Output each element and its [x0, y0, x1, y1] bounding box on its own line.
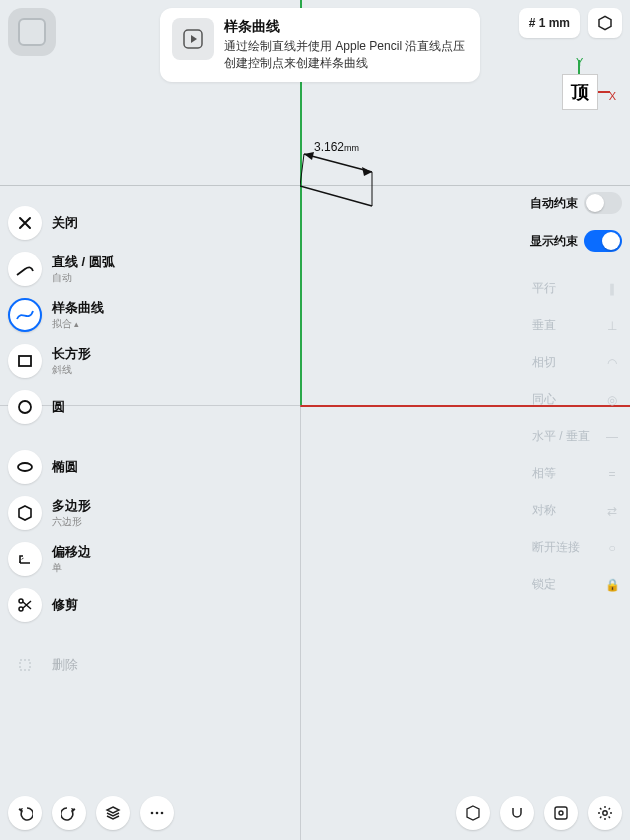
delete-icon [8, 648, 42, 682]
constraint-hv: 水平 / 垂直— [522, 420, 630, 453]
tool-tooltip: 样条曲线 通过绘制直线并使用 Apple Pencil 沿直线点压创建控制点来创… [160, 8, 480, 82]
svg-point-12 [18, 463, 32, 471]
play-icon[interactable] [172, 18, 214, 60]
cube-outline-icon [596, 14, 614, 32]
svg-point-11 [19, 401, 31, 413]
toggle-auto-constraints[interactable]: 自动约束 [522, 186, 630, 220]
svg-point-23 [559, 811, 563, 815]
tooltip-desc: 通过绘制直线并使用 Apple Pencil 沿直线点压创建控制点来创建样条曲线 [224, 38, 468, 72]
svg-point-14 [19, 599, 23, 603]
svg-marker-2 [304, 152, 314, 160]
model-preview-button[interactable] [8, 8, 56, 56]
scissors-icon [8, 588, 42, 622]
tool-line-arc[interactable]: 直线 / 圆弧自动 [0, 246, 155, 292]
tool-rectangle[interactable]: 长方形斜线 [0, 338, 155, 384]
snap-button[interactable] [500, 796, 534, 830]
tool-delete: 删除 [0, 642, 155, 688]
layers-button[interactable] [96, 796, 130, 830]
concentric-icon: ◎ [604, 392, 620, 408]
tool-trim[interactable]: 修剪 [0, 582, 155, 628]
circle-icon [8, 390, 42, 424]
switch-show[interactable] [584, 230, 622, 252]
constraint-tangent: 相切◠ [522, 346, 630, 379]
constraint-symmetric: 对称⇄ [522, 494, 630, 527]
svg-line-1 [304, 154, 372, 172]
offset-icon [8, 542, 42, 576]
switch-auto[interactable] [584, 192, 622, 214]
constraint-perpendicular: 垂直⊥ [522, 309, 630, 342]
svg-point-21 [161, 812, 164, 815]
settings-button[interactable] [588, 796, 622, 830]
constraint-break: 断开连接○ [522, 531, 630, 564]
equal-icon: = [604, 466, 620, 482]
sketch-tools-panel: 关闭 直线 / 圆弧自动 样条曲线拟合▴ 长方形斜线 圆 椭圆 多边形六边形 偏… [0, 200, 155, 688]
tool-offset[interactable]: 偏移边单 [0, 536, 155, 582]
constraint-equal: 相等= [522, 457, 630, 490]
tool-ellipse[interactable]: 椭圆 [0, 444, 155, 490]
orientation-gizmo[interactable]: Y X 顶 [548, 60, 610, 122]
t-circle[interactable]: 圆 [0, 384, 155, 430]
tool-spline[interactable]: 样条曲线拟合▴ [0, 292, 155, 338]
ellipse-icon [8, 450, 42, 484]
svg-marker-7 [191, 35, 197, 43]
svg-rect-16 [20, 660, 30, 670]
tangent-icon: ◠ [604, 355, 620, 371]
constraint-concentric: 同心◎ [522, 383, 630, 416]
svg-line-4 [300, 154, 304, 186]
svg-point-24 [603, 811, 607, 815]
svg-point-15 [19, 607, 23, 611]
dimension-annotation[interactable]: 3.162mm [300, 144, 390, 214]
close-icon [8, 206, 42, 240]
polygon-icon [8, 496, 42, 530]
perpendicular-icon: ⊥ [604, 318, 620, 334]
toggle-show-constraints[interactable]: 显示约束 [522, 224, 630, 258]
svg-marker-3 [362, 167, 372, 176]
constraints-panel: 自动约束 显示约束 平行∥ 垂直⊥ 相切◠ 同心◎ 水平 / 垂直— 相等= 对… [522, 186, 630, 601]
break-icon: ○ [604, 540, 620, 556]
rectangle-icon [8, 344, 42, 378]
svg-rect-22 [555, 807, 567, 819]
parallel-icon: ∥ [604, 281, 620, 297]
lock-icon: 🔒 [604, 577, 620, 593]
symmetric-icon: ⇄ [604, 503, 620, 519]
svg-line-0 [300, 186, 372, 206]
grid-size-chip[interactable]: # 1 mm [519, 8, 580, 38]
more-button[interactable] [140, 796, 174, 830]
bottom-right-toolbar [456, 796, 622, 830]
svg-rect-10 [19, 356, 31, 366]
tool-close[interactable]: 关闭 [0, 200, 155, 246]
svg-point-19 [151, 812, 154, 815]
tool-polygon[interactable]: 多边形六边形 [0, 490, 155, 536]
spline-icon [8, 298, 42, 332]
bottom-left-toolbar [8, 796, 174, 830]
dimension-value[interactable]: 3.162mm [314, 140, 359, 154]
constraint-lock: 锁定🔒 [522, 568, 630, 601]
tooltip-title: 样条曲线 [224, 18, 468, 36]
axis-y-neg [300, 405, 301, 840]
cube-icon [18, 18, 46, 46]
view-box-button[interactable] [456, 796, 490, 830]
constraint-parallel: 平行∥ [522, 272, 630, 305]
undo-button[interactable] [8, 796, 42, 830]
line-arc-icon [8, 252, 42, 286]
svg-point-20 [156, 812, 159, 815]
ar-button[interactable] [544, 796, 578, 830]
redo-button[interactable] [52, 796, 86, 830]
view-cube-button[interactable] [588, 8, 622, 38]
hv-icon: — [604, 429, 620, 445]
svg-marker-13 [19, 506, 31, 520]
